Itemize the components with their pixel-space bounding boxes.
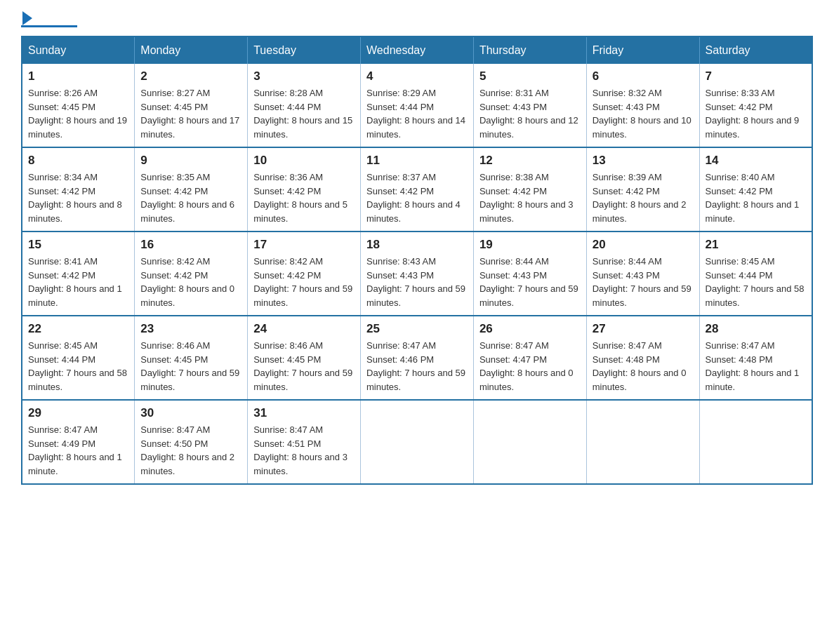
calendar-cell: 2 Sunrise: 8:27 AM Sunset: 4:45 PM Dayli… xyxy=(135,64,248,147)
day-info: Sunrise: 8:47 AM Sunset: 4:47 PM Dayligh… xyxy=(479,339,581,394)
day-number: 26 xyxy=(479,322,581,336)
day-info: Sunrise: 8:33 AM Sunset: 4:42 PM Dayligh… xyxy=(706,86,806,141)
day-info: Sunrise: 8:39 AM Sunset: 4:42 PM Dayligh… xyxy=(593,170,694,225)
day-info: Sunrise: 8:43 AM Sunset: 4:43 PM Dayligh… xyxy=(366,255,468,309)
calendar-header-tuesday: Tuesday xyxy=(248,36,361,64)
day-number: 4 xyxy=(366,69,468,83)
calendar-cell: 28 Sunrise: 8:47 AM Sunset: 4:48 PM Dayl… xyxy=(699,316,812,400)
day-number: 17 xyxy=(253,238,355,252)
calendar-cell: 1 Sunrise: 8:26 AM Sunset: 4:45 PM Dayli… xyxy=(22,64,135,147)
calendar-cell: 13 Sunrise: 8:39 AM Sunset: 4:42 PM Dayl… xyxy=(586,147,699,232)
day-info: Sunrise: 8:42 AM Sunset: 4:42 PM Dayligh… xyxy=(140,255,241,309)
day-info: Sunrise: 8:28 AM Sunset: 4:44 PM Dayligh… xyxy=(253,86,355,141)
calendar-cell: 11 Sunrise: 8:37 AM Sunset: 4:42 PM Dayl… xyxy=(361,147,474,232)
calendar-header-wednesday: Wednesday xyxy=(361,36,474,64)
day-number: 9 xyxy=(140,154,241,168)
calendar-header-thursday: Thursday xyxy=(473,36,586,64)
page-header xyxy=(21,14,813,22)
calendar-table: SundayMondayTuesdayWednesdayThursdayFrid… xyxy=(21,36,813,485)
calendar-cell: 9 Sunrise: 8:35 AM Sunset: 4:42 PM Dayli… xyxy=(135,147,248,232)
day-info: Sunrise: 8:32 AM Sunset: 4:43 PM Dayligh… xyxy=(593,86,694,141)
day-info: Sunrise: 8:47 AM Sunset: 4:48 PM Dayligh… xyxy=(706,339,806,394)
day-number: 15 xyxy=(28,238,128,252)
day-info: Sunrise: 8:44 AM Sunset: 4:43 PM Dayligh… xyxy=(593,255,694,309)
calendar-cell: 26 Sunrise: 8:47 AM Sunset: 4:47 PM Dayl… xyxy=(473,316,586,400)
calendar-week-row: 15 Sunrise: 8:41 AM Sunset: 4:42 PM Dayl… xyxy=(22,232,812,316)
calendar-cell: 29 Sunrise: 8:47 AM Sunset: 4:49 PM Dayl… xyxy=(22,400,135,484)
calendar-cell xyxy=(699,400,812,484)
day-number: 7 xyxy=(706,69,806,83)
logo-underline xyxy=(21,25,77,27)
day-info: Sunrise: 8:34 AM Sunset: 4:42 PM Dayligh… xyxy=(28,170,128,225)
calendar-cell: 19 Sunrise: 8:44 AM Sunset: 4:43 PM Dayl… xyxy=(473,232,586,316)
day-number: 24 xyxy=(253,322,355,336)
day-info: Sunrise: 8:47 AM Sunset: 4:49 PM Dayligh… xyxy=(28,423,128,478)
calendar-cell: 17 Sunrise: 8:42 AM Sunset: 4:42 PM Dayl… xyxy=(248,232,361,316)
day-info: Sunrise: 8:47 AM Sunset: 4:51 PM Dayligh… xyxy=(253,423,355,478)
day-number: 14 xyxy=(706,154,806,168)
day-number: 8 xyxy=(28,154,128,168)
day-info: Sunrise: 8:40 AM Sunset: 4:42 PM Dayligh… xyxy=(706,170,806,225)
day-number: 21 xyxy=(706,238,806,252)
logo-triangle-icon xyxy=(22,11,32,25)
calendar-cell: 31 Sunrise: 8:47 AM Sunset: 4:51 PM Dayl… xyxy=(248,400,361,484)
calendar-cell xyxy=(361,400,474,484)
day-number: 27 xyxy=(593,322,694,336)
calendar-header-saturday: Saturday xyxy=(699,36,812,64)
day-info: Sunrise: 8:36 AM Sunset: 4:42 PM Dayligh… xyxy=(253,170,355,225)
day-number: 22 xyxy=(28,322,128,336)
calendar-week-row: 1 Sunrise: 8:26 AM Sunset: 4:45 PM Dayli… xyxy=(22,64,812,147)
calendar-cell: 18 Sunrise: 8:43 AM Sunset: 4:43 PM Dayl… xyxy=(361,232,474,316)
calendar-cell xyxy=(473,400,586,484)
calendar-cell: 24 Sunrise: 8:46 AM Sunset: 4:45 PM Dayl… xyxy=(248,316,361,400)
day-number: 28 xyxy=(706,322,806,336)
calendar-cell: 20 Sunrise: 8:44 AM Sunset: 4:43 PM Dayl… xyxy=(586,232,699,316)
calendar-cell: 16 Sunrise: 8:42 AM Sunset: 4:42 PM Dayl… xyxy=(135,232,248,316)
calendar-cell: 15 Sunrise: 8:41 AM Sunset: 4:42 PM Dayl… xyxy=(22,232,135,316)
calendar-cell: 3 Sunrise: 8:28 AM Sunset: 4:44 PM Dayli… xyxy=(248,64,361,147)
calendar-cell: 8 Sunrise: 8:34 AM Sunset: 4:42 PM Dayli… xyxy=(22,147,135,232)
calendar-week-row: 29 Sunrise: 8:47 AM Sunset: 4:49 PM Dayl… xyxy=(22,400,812,484)
day-number: 19 xyxy=(479,238,581,252)
day-info: Sunrise: 8:47 AM Sunset: 4:48 PM Dayligh… xyxy=(593,339,694,394)
day-info: Sunrise: 8:45 AM Sunset: 4:44 PM Dayligh… xyxy=(28,339,128,394)
day-info: Sunrise: 8:41 AM Sunset: 4:42 PM Dayligh… xyxy=(28,255,128,309)
calendar-header-monday: Monday xyxy=(135,36,248,64)
day-info: Sunrise: 8:38 AM Sunset: 4:42 PM Dayligh… xyxy=(479,170,581,225)
calendar-cell: 27 Sunrise: 8:47 AM Sunset: 4:48 PM Dayl… xyxy=(586,316,699,400)
calendar-cell: 12 Sunrise: 8:38 AM Sunset: 4:42 PM Dayl… xyxy=(473,147,586,232)
day-number: 3 xyxy=(253,69,355,83)
day-number: 16 xyxy=(140,238,241,252)
calendar-week-row: 8 Sunrise: 8:34 AM Sunset: 4:42 PM Dayli… xyxy=(22,147,812,232)
day-number: 20 xyxy=(593,238,694,252)
day-info: Sunrise: 8:42 AM Sunset: 4:42 PM Dayligh… xyxy=(253,255,355,309)
calendar-header-friday: Friday xyxy=(586,36,699,64)
calendar-week-row: 22 Sunrise: 8:45 AM Sunset: 4:44 PM Dayl… xyxy=(22,316,812,400)
calendar-cell: 21 Sunrise: 8:45 AM Sunset: 4:44 PM Dayl… xyxy=(699,232,812,316)
day-info: Sunrise: 8:47 AM Sunset: 4:50 PM Dayligh… xyxy=(140,423,241,478)
day-info: Sunrise: 8:47 AM Sunset: 4:46 PM Dayligh… xyxy=(366,339,468,394)
day-info: Sunrise: 8:26 AM Sunset: 4:45 PM Dayligh… xyxy=(28,86,128,141)
day-number: 10 xyxy=(253,154,355,168)
day-number: 1 xyxy=(28,69,128,83)
calendar-cell: 25 Sunrise: 8:47 AM Sunset: 4:46 PM Dayl… xyxy=(361,316,474,400)
logo xyxy=(21,14,77,22)
day-number: 5 xyxy=(479,69,581,83)
day-number: 29 xyxy=(28,406,128,420)
day-info: Sunrise: 8:45 AM Sunset: 4:44 PM Dayligh… xyxy=(706,255,806,309)
calendar-cell: 4 Sunrise: 8:29 AM Sunset: 4:44 PM Dayli… xyxy=(361,64,474,147)
calendar-header-row: SundayMondayTuesdayWednesdayThursdayFrid… xyxy=(22,36,812,64)
day-number: 25 xyxy=(366,322,468,336)
day-info: Sunrise: 8:46 AM Sunset: 4:45 PM Dayligh… xyxy=(253,339,355,394)
calendar-cell: 6 Sunrise: 8:32 AM Sunset: 4:43 PM Dayli… xyxy=(586,64,699,147)
calendar-cell: 10 Sunrise: 8:36 AM Sunset: 4:42 PM Dayl… xyxy=(248,147,361,232)
day-number: 11 xyxy=(366,154,468,168)
day-number: 18 xyxy=(366,238,468,252)
calendar-cell xyxy=(586,400,699,484)
day-info: Sunrise: 8:31 AM Sunset: 4:43 PM Dayligh… xyxy=(479,86,581,141)
calendar-header-sunday: Sunday xyxy=(22,36,135,64)
calendar-cell: 22 Sunrise: 8:45 AM Sunset: 4:44 PM Dayl… xyxy=(22,316,135,400)
calendar-cell: 5 Sunrise: 8:31 AM Sunset: 4:43 PM Dayli… xyxy=(473,64,586,147)
calendar-cell: 14 Sunrise: 8:40 AM Sunset: 4:42 PM Dayl… xyxy=(699,147,812,232)
day-number: 30 xyxy=(140,406,241,420)
